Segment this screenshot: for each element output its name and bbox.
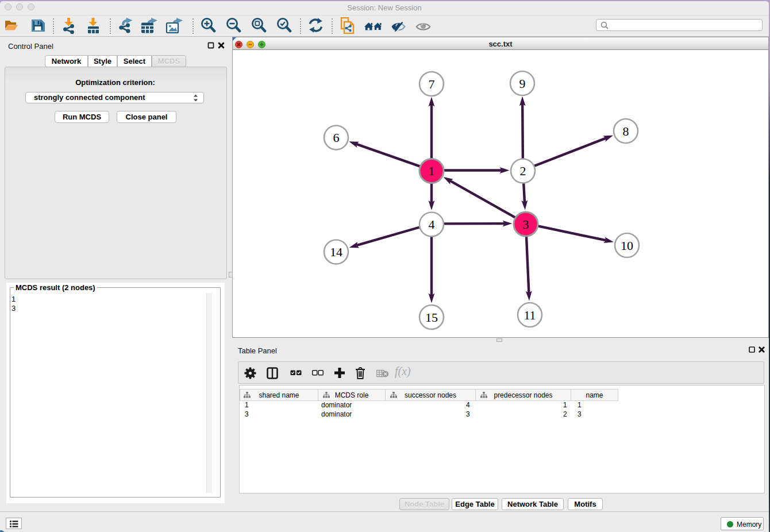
svg-text:6: 6 [333,130,340,145]
svg-text:4: 4 [429,217,435,232]
svg-text:11: 11 [523,308,536,322]
svg-text:3: 3 [523,217,529,232]
svg-text:9: 9 [519,76,526,91]
svg-text:1: 1 [429,164,435,178]
svg-text:10: 10 [621,238,633,253]
svg-text:15: 15 [425,310,438,325]
svg-text:2: 2 [520,164,526,178]
svg-text:14: 14 [330,245,342,259]
svg-text:8: 8 [623,124,629,138]
svg-text:7: 7 [429,77,435,91]
